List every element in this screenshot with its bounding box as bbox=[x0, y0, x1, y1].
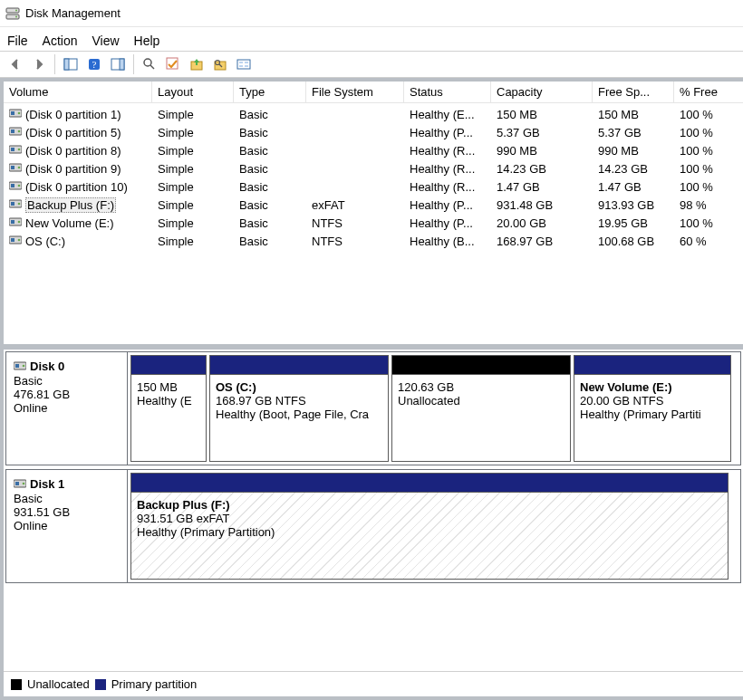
col-free-space[interactable]: Free Sp... bbox=[593, 82, 674, 102]
graphical-view: Disk 0Basic476.81 GBOnline150 MBHealthy … bbox=[4, 350, 743, 589]
svg-rect-21 bbox=[245, 62, 248, 63]
disk-state: Online bbox=[14, 519, 120, 532]
drive-icon bbox=[9, 126, 22, 139]
help-button[interactable]: ? bbox=[84, 54, 104, 74]
properties-button[interactable] bbox=[210, 54, 230, 74]
title-bar: Disk Management bbox=[0, 0, 743, 27]
mark-partition-active-button[interactable] bbox=[163, 54, 183, 74]
cell: Basic bbox=[234, 177, 306, 196]
disk-title: Disk 0 bbox=[30, 360, 64, 373]
partition-box[interactable]: New Volume (E:)20.00 GB NTFSHealthy (Pri… bbox=[574, 355, 731, 462]
svg-rect-12 bbox=[167, 58, 178, 69]
volume-row[interactable]: (Disk 0 partition 8)SimpleBasicHealthy (… bbox=[4, 141, 743, 159]
cell: 100 % bbox=[674, 123, 729, 141]
partition-status: Healthy (E bbox=[137, 394, 200, 408]
legend-unallocated-label: Unallocated bbox=[27, 677, 90, 691]
svg-rect-15 bbox=[215, 62, 226, 70]
cell: Basic bbox=[234, 214, 306, 232]
svg-rect-19 bbox=[239, 62, 243, 63]
settings-button[interactable] bbox=[234, 54, 254, 74]
back-button[interactable] bbox=[5, 54, 25, 74]
menu-action[interactable]: Action bbox=[43, 34, 78, 48]
col-layout[interactable]: Layout bbox=[152, 82, 234, 102]
disk-state: Online bbox=[14, 401, 120, 415]
disk-label[interactable]: Disk 1Basic931.51 GBOnline bbox=[6, 470, 128, 582]
svg-rect-40 bbox=[11, 202, 14, 206]
cell bbox=[306, 105, 404, 123]
partition-box[interactable]: 120.63 GBUnallocated bbox=[391, 355, 571, 462]
show-hide-action-pane-button[interactable] bbox=[108, 54, 128, 74]
cell: 14.23 GB bbox=[593, 159, 674, 177]
col-percent-free[interactable]: % Free bbox=[674, 82, 729, 102]
cell: 1.47 GB bbox=[593, 177, 674, 196]
volume-row[interactable]: (Disk 0 partition 1)SimpleBasicHealthy (… bbox=[4, 105, 743, 123]
forward-button[interactable] bbox=[29, 54, 49, 74]
col-volume[interactable]: Volume bbox=[4, 82, 152, 102]
svg-rect-18 bbox=[237, 60, 250, 69]
refresh-button[interactable] bbox=[140, 54, 159, 74]
col-file-system[interactable]: File System bbox=[306, 82, 404, 102]
cell: Healthy (R... bbox=[404, 141, 491, 159]
cell: 20.00 GB bbox=[491, 214, 593, 232]
svg-rect-6 bbox=[89, 59, 100, 70]
partition-box[interactable]: Backup Plus (F:)931.51 GB exFATHealthy (… bbox=[130, 473, 729, 580]
partition-name: OS (C:) bbox=[216, 380, 382, 394]
cell: Simple bbox=[152, 196, 234, 214]
cell: NTFS bbox=[306, 232, 404, 250]
svg-point-51 bbox=[23, 483, 25, 485]
partition-body: New Volume (E:)20.00 GB NTFSHealthy (Pri… bbox=[574, 374, 730, 461]
volume-row[interactable]: Backup Plus (F:)SimpleBasicexFATHealthy … bbox=[4, 196, 743, 214]
svg-rect-5 bbox=[64, 59, 69, 70]
volume-name: (Disk 0 partition 1) bbox=[25, 108, 121, 121]
cell: 150 MB bbox=[491, 105, 593, 123]
cell: Simple bbox=[152, 141, 234, 159]
show-hide-console-tree-button[interactable] bbox=[61, 54, 81, 74]
volume-list-pane: Volume Layout Type File System Status Ca… bbox=[4, 82, 743, 344]
partition-status: Healthy (Primary Partiti bbox=[580, 408, 725, 421]
cell: (Disk 0 partition 5) bbox=[4, 123, 152, 141]
cell: Basic bbox=[234, 159, 306, 177]
col-capacity[interactable]: Capacity bbox=[491, 82, 593, 102]
cell: Healthy (B... bbox=[404, 232, 491, 250]
volume-name: (Disk 0 partition 9) bbox=[25, 162, 121, 176]
change-drive-letter-button[interactable] bbox=[187, 54, 207, 74]
partition-top-stripe bbox=[131, 356, 206, 374]
volume-row[interactable]: (Disk 0 partition 10)SimpleBasicHealthy … bbox=[4, 177, 743, 196]
volume-row[interactable]: (Disk 0 partition 9)SimpleBasicHealthy (… bbox=[4, 159, 743, 177]
cell: (Disk 0 partition 8) bbox=[4, 141, 152, 159]
volume-row[interactable]: OS (C:)SimpleBasicNTFSHealthy (B...168.9… bbox=[4, 232, 743, 250]
volume-list-body: (Disk 0 partition 1)SimpleBasicHealthy (… bbox=[4, 103, 743, 250]
menu-view[interactable]: View bbox=[92, 34, 119, 48]
partition-box[interactable]: OS (C:)168.97 GB NTFSHealthy (Boot, Page… bbox=[209, 355, 389, 462]
svg-rect-25 bbox=[11, 111, 14, 115]
partition-name: Backup Plus (F:) bbox=[137, 498, 722, 512]
partition-area: 150 MBHealthy (EOS (C:)168.97 GB NTFSHea… bbox=[128, 352, 740, 465]
menu-file[interactable]: File bbox=[7, 34, 28, 48]
partition-size: 168.97 GB NTFS bbox=[216, 394, 382, 408]
disk-label[interactable]: Disk 0Basic476.81 GBOnline bbox=[6, 352, 128, 465]
cell: (Disk 0 partition 1) bbox=[4, 105, 152, 123]
cell: 100 % bbox=[674, 105, 729, 123]
cell: 990 MB bbox=[593, 141, 674, 159]
svg-point-48 bbox=[23, 365, 25, 368]
col-status[interactable]: Status bbox=[404, 82, 491, 102]
col-type[interactable]: Type bbox=[234, 82, 306, 102]
svg-point-45 bbox=[18, 238, 21, 241]
partition-status: Healthy (Boot, Page File, Cra bbox=[216, 408, 382, 421]
svg-text:?: ? bbox=[92, 59, 97, 70]
partition-box[interactable]: 150 MBHealthy (E bbox=[130, 355, 207, 462]
partition-top-stripe bbox=[574, 356, 730, 374]
volume-row[interactable]: New Volume (E:)SimpleBasicNTFSHealthy (P… bbox=[4, 214, 743, 232]
cell: Simple bbox=[152, 214, 234, 232]
cell: Simple bbox=[152, 177, 234, 196]
volume-name: (Disk 0 partition 8) bbox=[25, 144, 121, 158]
legend-primary-label: Primary partition bbox=[111, 677, 198, 691]
volume-row[interactable]: (Disk 0 partition 5)SimpleBasicHealthy (… bbox=[4, 123, 743, 141]
disk-title: Disk 1 bbox=[30, 477, 64, 491]
svg-point-24 bbox=[18, 111, 21, 114]
svg-rect-52 bbox=[15, 482, 19, 485]
window-title: Disk Management bbox=[25, 6, 121, 20]
disk-type: Basic bbox=[14, 374, 120, 388]
legend-unallocated-swatch bbox=[11, 679, 22, 690]
menu-help[interactable]: Help bbox=[134, 34, 160, 48]
